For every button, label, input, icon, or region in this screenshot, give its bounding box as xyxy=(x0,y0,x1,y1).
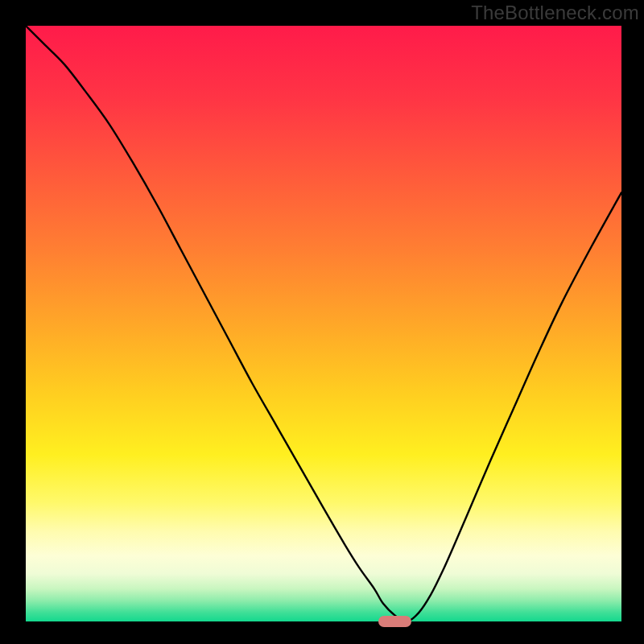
optimal-marker xyxy=(378,616,411,626)
attribution-text: TheBottleneck.com xyxy=(471,2,639,24)
bottleneck-curve xyxy=(26,26,621,621)
chart-frame: TheBottleneck.com xyxy=(0,0,644,644)
plot-area xyxy=(26,26,621,621)
